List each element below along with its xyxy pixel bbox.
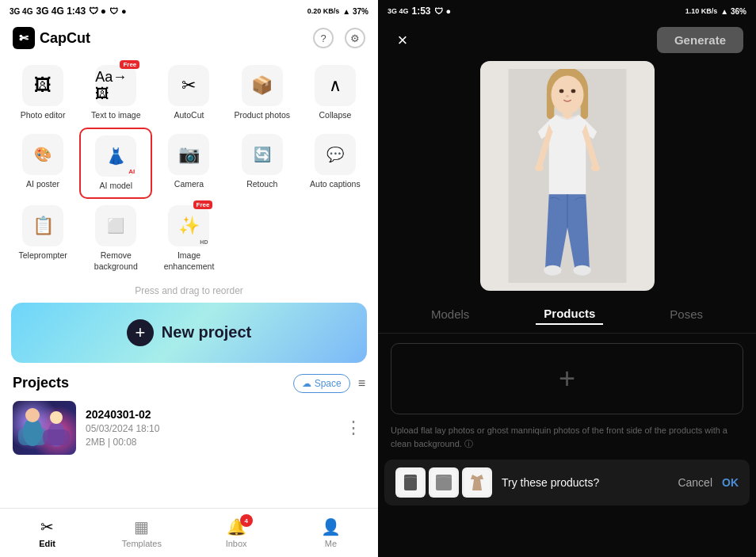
free-badge-text-image: Free xyxy=(120,60,139,69)
product-thumb-2 xyxy=(429,467,459,498)
new-project-text: New project xyxy=(162,323,251,341)
ai-poster-label: AI poster xyxy=(26,179,59,190)
tool-camera[interactable]: 📷 Camera xyxy=(152,128,225,200)
tool-photo-editor[interactable]: 🖼 Photo editor xyxy=(6,59,79,128)
project-item: 20240301-02 05/03/2024 18:10 2MB | 00:08… xyxy=(13,401,365,455)
projects-header: Projects ☁ Space ≡ xyxy=(13,374,365,393)
data-speed: 0.20 KB/s xyxy=(307,7,340,15)
project-name: 20240301-02 xyxy=(86,408,332,421)
teleprompter-icon-wrap: 📋 xyxy=(22,205,63,246)
tool-product-photos[interactable]: 📦 Product photos xyxy=(226,59,299,128)
svg-point-1 xyxy=(25,408,40,422)
auto-captions-label: Auto captions xyxy=(310,179,361,190)
nav-item-edit[interactable]: ✂ Edit xyxy=(0,517,94,548)
product-thumb-1 xyxy=(395,467,426,498)
project-more-button[interactable]: ⋮ xyxy=(342,414,365,441)
tab-models-label: Models xyxy=(431,307,469,321)
tab-products[interactable]: Products xyxy=(536,303,603,325)
right-panel: 3G 4G 1:53 🛡 ● 1.10 KB/s ▲ 36% × Generat… xyxy=(378,0,756,557)
logo-icon: ✄ xyxy=(13,27,35,49)
app-header: ✄ CapCut ? ⚙ xyxy=(0,22,378,55)
help-icon[interactable]: ? xyxy=(313,28,334,48)
remove-bg-label: Remove background xyxy=(82,250,149,272)
tools-grid: 🖼 Photo editor Free Aa→🖼 Text to image ✂… xyxy=(0,55,378,282)
tool-retouch[interactable]: 🔄 Retouch xyxy=(226,128,299,200)
photo-editor-icon-wrap: 🖼 xyxy=(22,65,63,106)
battery-icon: ▲ 37% xyxy=(342,7,368,16)
upload-plus-icon: + xyxy=(559,362,575,395)
product-photos-label: Product photos xyxy=(234,110,290,121)
tool-auto-captions[interactable]: 💬 Auto captions xyxy=(299,128,372,200)
remove-bg-icon-wrap: ⬜ xyxy=(95,205,136,246)
text-to-image-label: Text to image xyxy=(91,110,140,121)
upload-area[interactable]: + xyxy=(391,343,743,414)
retouch-icon-wrap: 🔄 xyxy=(242,134,283,175)
retouch-icon: 🔄 xyxy=(254,146,271,163)
wifi-icon: ● xyxy=(121,6,127,16)
app-name: CapCut xyxy=(40,30,90,47)
camera-label: Camera xyxy=(174,179,204,190)
try-cancel-button[interactable]: Cancel xyxy=(678,476,712,489)
tab-models[interactable]: Models xyxy=(423,304,477,324)
try-products-bar: Try these products? Cancel OK xyxy=(384,460,750,505)
settings-icon[interactable]: ⚙ xyxy=(345,28,365,48)
templates-nav-icon: ▦ xyxy=(134,517,149,536)
me-nav-icon: 👤 xyxy=(321,517,341,536)
svg-point-18 xyxy=(535,164,544,171)
image-enhancement-label: Image enhancement xyxy=(155,250,222,272)
ai-poster-icon: 🎨 xyxy=(34,146,52,163)
inbox-badge-wrap: 🔔 4 xyxy=(227,517,246,536)
tool-teleprompter[interactable]: 📋 Teleprompter xyxy=(6,199,79,278)
svg-point-3 xyxy=(50,411,63,424)
right-time: 1:53 xyxy=(412,6,431,17)
tool-text-to-image[interactable]: Free Aa→🖼 Text to image xyxy=(79,59,152,128)
left-panel: 3G 4G 3G 4G 1:43 🛡 ● 🛡 ● 0.20 KB/s ▲ 37%… xyxy=(0,0,378,557)
collapse-icon-wrap: ∧ xyxy=(315,65,356,106)
retouch-label: Retouch xyxy=(246,179,277,190)
project-info: 20240301-02 05/03/2024 18:10 2MB | 00:08 xyxy=(86,408,332,448)
nav-item-templates[interactable]: ▦ Templates xyxy=(94,517,189,548)
remove-bg-icon: ⬜ xyxy=(107,217,124,235)
nav-item-me[interactable]: 👤 Me xyxy=(284,517,378,548)
new-project-button[interactable]: + New project xyxy=(11,303,367,363)
right-shield-icon: 🛡 xyxy=(434,6,443,16)
tool-remove-bg[interactable]: ⬜ Remove background xyxy=(79,199,152,278)
shield-icon: 🛡 xyxy=(109,6,118,16)
svg-point-13 xyxy=(566,95,569,97)
model-image xyxy=(480,61,655,291)
autocut-icon: ✂ xyxy=(181,75,196,96)
right-battery-icon: ▲ 36% xyxy=(720,7,746,16)
collapse-icon: ∧ xyxy=(329,75,342,96)
try-products-actions: Cancel OK xyxy=(678,476,739,489)
close-button[interactable]: × xyxy=(391,29,414,52)
try-ok-button[interactable]: OK xyxy=(722,476,739,489)
ai-model-icon-wrap: 👗 AI xyxy=(95,135,136,177)
text-to-image-icon-wrap: Free Aa→🖼 xyxy=(95,65,136,106)
project-thumbnail[interactable] xyxy=(13,401,76,455)
svg-point-11 xyxy=(559,90,563,93)
tool-autocut[interactable]: ✂ AutoCut xyxy=(152,59,225,128)
ai-model-icon: 👗 xyxy=(106,147,126,166)
right-wifi-dot: ● xyxy=(446,6,452,16)
edit-nav-icon: ✂ xyxy=(40,517,54,536)
product-photos-icon-wrap: 📦 xyxy=(242,65,283,106)
tool-ai-poster[interactable]: 🎨 AI poster xyxy=(6,128,79,200)
nav-item-inbox[interactable]: 🔔 4 Inbox xyxy=(189,517,284,548)
generate-button[interactable]: Generate xyxy=(657,27,743,53)
photo-editor-icon: 🖼 xyxy=(34,75,52,96)
sort-icon[interactable]: ≡ xyxy=(358,376,365,391)
right-status-bar: 3G 4G 1:53 🛡 ● 1.10 KB/s ▲ 36% xyxy=(378,0,756,22)
product-thumb-3 xyxy=(462,467,492,498)
space-button[interactable]: ☁ Space xyxy=(293,374,350,393)
model-figure-svg xyxy=(504,69,631,283)
tool-collapse[interactable]: ∧ Collapse xyxy=(299,59,372,128)
svg-point-16 xyxy=(544,265,561,276)
tab-poses[interactable]: Poses xyxy=(662,304,711,324)
svg-rect-5 xyxy=(43,429,70,445)
autocut-icon-wrap: ✂ xyxy=(168,65,209,106)
tool-ai-model[interactable]: 👗 AI AI model xyxy=(79,128,152,200)
projects-title: Projects xyxy=(13,375,69,391)
text-to-image-icon: Aa→🖼 xyxy=(95,69,136,102)
free-badge-image-enhance: Free xyxy=(193,200,213,209)
tool-image-enhancement[interactable]: Free ✨ HD Image enhancement xyxy=(152,199,225,278)
